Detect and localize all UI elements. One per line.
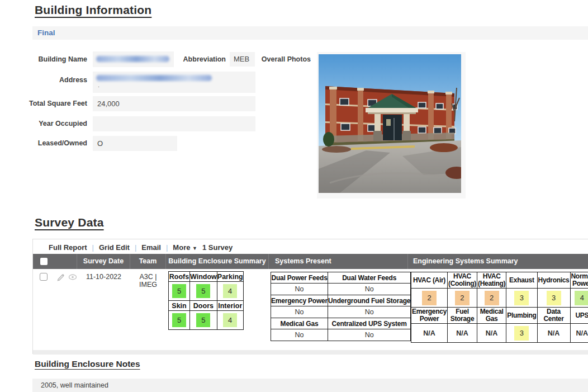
enclosure-header: Roofs	[169, 272, 190, 282]
overall-photo-container	[317, 52, 466, 199]
total-square-feet-label: Total Square Feet	[11, 96, 87, 111]
score-badge: 2	[455, 291, 470, 305]
notes-text: 2005, well maintained	[41, 381, 108, 389]
email-link[interactable]: Email	[141, 243, 161, 252]
team-value: A3C | IMEG	[130, 273, 166, 289]
building-enclosure-notes-bar: 2005, well maintained	[32, 379, 588, 392]
system-value: No	[271, 329, 328, 341]
engineering-header: Hydronics	[537, 272, 570, 289]
grid-header-row: Survey Date Team Building Enclosure Summ…	[33, 254, 588, 269]
status-label: Final	[37, 29, 55, 37]
full-report-link[interactable]: Full Report	[49, 243, 87, 252]
edit-icon[interactable]	[56, 273, 65, 281]
column-systems-present[interactable]: Systems Present	[269, 254, 408, 269]
score-badge: 5	[172, 284, 186, 298]
survey-count: 1 Survey	[202, 243, 233, 252]
engineering-header: Exhaust	[506, 272, 537, 289]
score-badge: 4	[223, 313, 237, 327]
system-header: Dual Water Feeds	[328, 272, 411, 284]
score-badge: 5	[172, 313, 186, 327]
abbreviation-value: MEB	[230, 55, 249, 63]
select-all-column	[33, 254, 77, 269]
score-badge: N/A	[547, 326, 561, 341]
year-occupied-field[interactable]	[93, 116, 255, 131]
engineering-header: Emergency Power	[411, 308, 448, 324]
system-value: No	[328, 329, 411, 341]
engineering-header: Plumbing	[506, 308, 537, 324]
leased-owned-value: O	[93, 139, 103, 148]
engineering-header: HVAC (Heating)	[477, 272, 506, 289]
select-all-checkbox[interactable]	[40, 258, 48, 265]
toolbar-separator: |	[166, 243, 168, 252]
total-square-feet-field[interactable]: 24,000	[93, 96, 255, 111]
system-header: Underground Fuel Storage	[328, 295, 411, 306]
system-value: No	[328, 284, 411, 295]
survey-data-title[interactable]: Survey Data	[35, 216, 104, 229]
engineering-header: Data Center	[537, 308, 570, 324]
engineering-header: HVAC (Cooling)	[448, 272, 477, 289]
score-badge: 3	[547, 291, 561, 305]
address-field[interactable]: .	[93, 72, 255, 93]
building-name-field[interactable]	[93, 51, 174, 67]
enclosure-header: Skin	[169, 301, 190, 311]
enclosure-header: Interior	[217, 301, 243, 311]
toolbar-separator: |	[135, 243, 136, 252]
row-checkbox[interactable]	[40, 273, 48, 281]
enclosure-header: Doors	[190, 301, 217, 311]
toolbar-separator: |	[92, 243, 94, 252]
redacted-building-name	[96, 56, 169, 62]
column-building-enclosure-summary[interactable]: Building Enclosure Summary	[166, 254, 269, 269]
score-badge: 5	[196, 313, 210, 327]
system-header: Emergency Power	[271, 295, 328, 306]
overall-photos-label: Overall Photos	[253, 51, 311, 67]
leased-owned-label: Leased/Owned	[11, 136, 87, 151]
system-value: No	[328, 306, 411, 318]
score-badge: N/A	[455, 326, 470, 341]
year-occupied-value	[93, 120, 97, 128]
score-badge: N/A	[485, 326, 499, 341]
more-menu[interactable]: More ▼	[173, 243, 197, 252]
enclosure-header: Window	[190, 272, 217, 282]
building-photo[interactable]	[319, 54, 461, 193]
building-enclosure-notes-title[interactable]: Building Enclosure Notes	[35, 359, 140, 369]
horizontal-scrollbar[interactable]	[33, 350, 588, 355]
grid-edit-link[interactable]: Grid Edit	[99, 243, 130, 252]
system-value: No	[271, 306, 328, 318]
view-icon[interactable]	[68, 273, 77, 281]
total-square-feet-value: 24,000	[93, 100, 120, 108]
engineering-header: Medical Gas	[477, 308, 506, 324]
engineering-header: HVAC (Air)	[411, 272, 448, 289]
score-badge: N/A	[422, 326, 437, 341]
survey-grid: Full Report | Grid Edit | Email | More ▼…	[32, 239, 588, 354]
systems-present-table: Dual Power Feeds Dual Water Feeds No No …	[271, 272, 411, 341]
engineering-header: Fuel Storage	[448, 308, 477, 324]
column-survey-date[interactable]: Survey Date	[77, 254, 130, 269]
leased-owned-field[interactable]: O	[93, 136, 177, 151]
score-badge: 2	[485, 291, 499, 305]
page: Building Information Final Building Name…	[0, 0, 588, 392]
address-line2: .	[98, 82, 99, 88]
survey-toolbar: Full Report | Grid Edit | Email | More ▼…	[49, 241, 233, 254]
score-badge: N/A	[575, 326, 588, 341]
column-engineering-systems-summary[interactable]: Engineering Systems Summary	[408, 254, 588, 269]
score-badge: 3	[514, 326, 529, 341]
system-value: No	[271, 284, 328, 295]
survey-date-value: 11-10-2022	[77, 273, 130, 281]
score-badge: 4	[223, 284, 237, 298]
engineering-summary-table: HVAC (Air) HVAC (Cooling) HVAC (Heating)…	[411, 272, 588, 343]
enclosure-header: Parking	[217, 272, 243, 282]
redacted-address	[96, 75, 212, 81]
system-header: Centralized UPS System	[328, 318, 411, 329]
engineering-header: UPS	[570, 308, 588, 324]
score-badge: 5	[196, 284, 210, 298]
score-badge: 2	[422, 291, 437, 305]
abbreviation-field[interactable]: MEB	[230, 52, 255, 67]
score-badge: 4	[575, 291, 588, 305]
score-badge: 3	[514, 291, 529, 305]
engineering-header: Normal Power	[570, 272, 588, 289]
building-information-title[interactable]: Building Information	[35, 3, 151, 17]
year-occupied-label: Year Occupied	[11, 116, 87, 131]
building-enclosure-table: Roofs Window Parking 5 5 4 Skin Doors In…	[168, 271, 244, 330]
more-label: More	[173, 243, 190, 252]
column-team[interactable]: Team	[130, 254, 166, 269]
